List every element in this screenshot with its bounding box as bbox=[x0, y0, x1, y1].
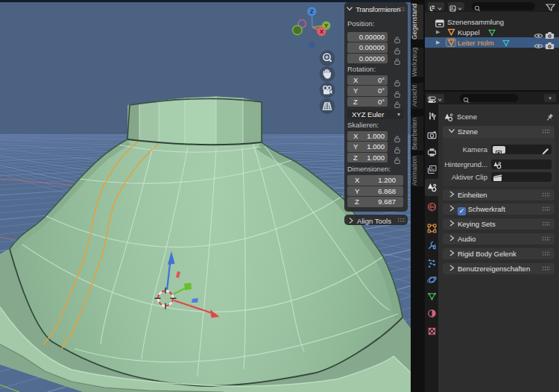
svg-text:Z: Z bbox=[310, 8, 314, 15]
svg-text:X: X bbox=[320, 28, 324, 35]
